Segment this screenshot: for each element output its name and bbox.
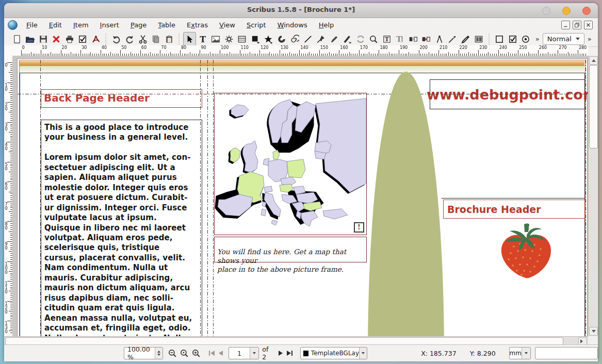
website-header-frame[interactable]: www.debugpoint.com	[430, 79, 585, 109]
zoom-spin-buttons[interactable]	[155, 348, 162, 359]
paste-button[interactable]	[162, 32, 175, 46]
image-warning-badge[interactable]: !	[354, 222, 364, 233]
zoom-in-icon[interactable]	[191, 348, 201, 359]
unit-dropdown-icon[interactable]	[522, 348, 530, 359]
document-canvas[interactable]: Back Page Header This is a good place to…	[12, 56, 588, 336]
edit-text-story-editor-button[interactable]: T	[393, 32, 406, 46]
next-page-icon[interactable]	[276, 348, 285, 358]
quick-search-input[interactable]	[535, 347, 598, 359]
layer-selector[interactable]: TemplateBGLay	[300, 347, 367, 359]
brochure-header-frame[interactable]: Brochure Header	[443, 200, 585, 219]
menu-extras[interactable]: Extras	[181, 20, 214, 30]
link-text-frames-button[interactable]	[406, 32, 419, 46]
strawberry-image[interactable]	[493, 223, 560, 283]
unit-selector[interactable]: mm	[509, 347, 531, 359]
last-page-icon[interactable]	[285, 348, 294, 358]
pdf-radio-button-button[interactable]	[519, 32, 532, 46]
body-text-frame[interactable]: This is a good place to introduce your b…	[41, 120, 202, 336]
insert-spiral-button[interactable]	[288, 32, 301, 46]
open-document-button[interactable]	[23, 32, 36, 46]
page-dropdown-icon[interactable]	[250, 348, 258, 359]
europe-map-image-frame[interactable]: !	[214, 93, 367, 235]
first-page-icon[interactable]	[207, 348, 216, 358]
rotate-item-button[interactable]	[354, 32, 367, 46]
menu-file[interactable]: File	[21, 20, 43, 30]
insert-table-button[interactable]	[236, 32, 249, 46]
menu-script[interactable]: Script	[241, 20, 272, 30]
insert-render-frame-button[interactable]	[222, 32, 235, 46]
vertical-guide-left-margin[interactable]	[40, 60, 41, 336]
zoom-default-icon[interactable]	[179, 348, 189, 359]
menu-insert[interactable]: Insert	[94, 20, 125, 30]
horizontal-scrollbar[interactable]	[4, 336, 588, 345]
window-inactive-circle-icon[interactable]	[542, 7, 550, 15]
zoom-level-spinbox[interactable]: 100.00 %	[124, 347, 163, 359]
copy-item-properties-button[interactable]	[446, 32, 459, 46]
preview-mode-select[interactable]: Normal	[543, 33, 584, 45]
insert-freehand-line-button[interactable]	[328, 32, 340, 46]
menu-help[interactable]: Help	[313, 20, 340, 30]
insert-image-frame-button[interactable]	[209, 32, 222, 46]
menu-edit[interactable]: Edit	[43, 20, 68, 30]
menu-page[interactable]: Page	[125, 20, 152, 30]
vertical-ruler[interactable]: 0102030405060708090100110120130	[4, 56, 13, 336]
insert-barcode-button[interactable]	[472, 32, 485, 46]
unlink-text-frames-button[interactable]	[419, 32, 432, 46]
eye-dropper-button[interactable]	[459, 32, 472, 46]
insert-text-frame-button[interactable]: T	[196, 32, 209, 46]
vertical-scroll-thumb[interactable]	[589, 65, 598, 148]
redo-button[interactable]	[123, 32, 136, 46]
insert-shape-button[interactable]	[249, 32, 262, 46]
print-document-button[interactable]	[63, 32, 76, 46]
export-pdf-button[interactable]	[89, 32, 102, 46]
insert-line-button[interactable]	[301, 32, 314, 46]
insert-bezier-curve-button[interactable]	[315, 32, 328, 46]
pdf-check-box-button[interactable]	[506, 32, 519, 46]
menu-table[interactable]: Table	[152, 20, 181, 30]
save-document-button[interactable]	[37, 32, 50, 46]
close-document-button[interactable]	[50, 32, 62, 46]
copy-button[interactable]	[149, 32, 162, 46]
layer-dropdown-icon[interactable]	[359, 348, 367, 359]
preflight-verifier-button[interactable]	[76, 32, 89, 46]
vertical-scrollbar[interactable]	[588, 56, 597, 336]
insert-arc-button[interactable]	[275, 32, 288, 46]
vertical-guide-right-margin[interactable]	[585, 60, 586, 336]
insert-calligraphic-line-button[interactable]	[341, 32, 354, 46]
undo-button[interactable]	[110, 32, 123, 46]
select-item-button[interactable]	[183, 32, 196, 46]
map-caption-frame[interactable]: You will find us here. Get a map that sh…	[214, 237, 367, 262]
scroll-down-icon[interactable]	[589, 327, 598, 336]
edit-contents-button[interactable]: T	[380, 32, 393, 46]
cut-button[interactable]	[136, 32, 149, 46]
vertical-guide-fold-1[interactable]	[200, 60, 201, 336]
brochure-page[interactable]: Back Page Header This is a good place to…	[17, 58, 588, 336]
zoom-tool-button[interactable]	[367, 32, 380, 46]
toolbar-overflow-icon[interactable]: »	[532, 35, 543, 43]
horizontal-guide[interactable]	[18, 94, 587, 94]
scroll-right-icon[interactable]	[578, 337, 587, 345]
mdi-close-icon[interactable]	[584, 21, 593, 29]
zoom-out-icon[interactable]	[167, 348, 177, 359]
spin-up-icon[interactable]	[157, 351, 160, 353]
toolbar-overflow-icon[interactable]: »	[584, 35, 595, 43]
previous-page-icon[interactable]	[216, 348, 225, 358]
insert-polygon-button[interactable]	[262, 32, 275, 46]
vertical-guide-fold-3[interactable]	[213, 60, 214, 336]
spin-down-icon[interactable]	[157, 354, 160, 356]
back-page-header-frame[interactable]: Back Page Header	[41, 89, 202, 108]
pdf-push-button-button[interactable]	[493, 32, 506, 46]
horizontal-scroll-thumb[interactable]	[5, 337, 563, 345]
title-bar[interactable]: Scribus 1.5.8 - [Brochure 1*]	[4, 3, 598, 18]
mdi-minimize-icon[interactable]	[561, 21, 570, 29]
menu-view[interactable]: View	[214, 20, 241, 30]
vertical-guide-fold-2[interactable]	[207, 60, 208, 336]
new-document-button[interactable]	[10, 32, 23, 46]
menu-windows[interactable]: Windows	[272, 20, 313, 30]
page-number-spinbox[interactable]: 1	[229, 347, 259, 359]
window-minimize-circle-icon[interactable]	[562, 7, 571, 15]
menu-item[interactable]: Item	[68, 20, 94, 30]
scroll-up-icon[interactable]	[589, 56, 598, 65]
horizontal-ruler[interactable]: 0102030405060708090100110120130140150160…	[4, 45, 588, 56]
measurements-button[interactable]	[433, 32, 446, 46]
